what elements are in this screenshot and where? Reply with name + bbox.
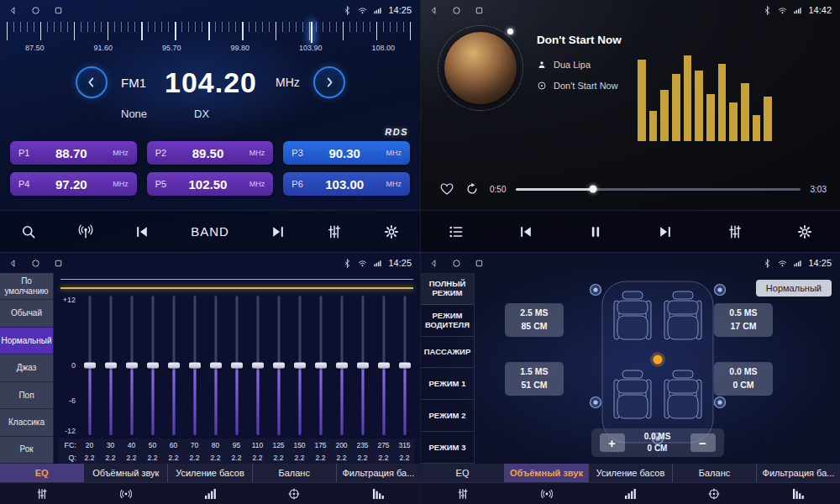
preset-p1[interactable]: P188.70MHz	[10, 141, 137, 165]
eq-preset-item[interactable]: Классика	[0, 409, 53, 436]
recents-icon[interactable]	[54, 259, 63, 268]
preset-p5[interactable]: P5102.50MHz	[147, 172, 274, 196]
tab-icon-bass-boost[interactable]	[589, 483, 673, 504]
eq-preset-item[interactable]: Поп	[0, 382, 53, 409]
audio-tab[interactable]: Объёмный звук	[505, 464, 589, 482]
increase-delay-button[interactable]: +	[600, 433, 625, 452]
audio-tab[interactable]: EQ	[0, 464, 84, 482]
band-fc-value: 235	[352, 441, 373, 449]
frequency-ruler[interactable]: 87.5091.6095.7099.80103.90108.00	[0, 22, 420, 60]
previous-track-icon[interactable]	[517, 223, 534, 240]
band-q-value: 2.2	[352, 454, 373, 462]
audio-tab[interactable]: Фильтрация ба...	[757, 464, 840, 482]
back-icon[interactable]	[429, 259, 438, 268]
home-icon[interactable]	[31, 6, 40, 15]
eq-band-slider[interactable]	[121, 296, 142, 435]
eq-preset-item[interactable]: По умолчанию	[0, 273, 53, 300]
back-icon[interactable]	[429, 6, 438, 15]
surround-tabbar-tabs: EQОбъёмный звукУсиление басовБалансФильт…	[421, 464, 840, 482]
band-fc-value: 175	[310, 441, 331, 449]
audio-tab[interactable]: EQ	[421, 464, 505, 482]
eq-band-slider[interactable]	[142, 296, 163, 435]
eq-preset-item[interactable]: Рок	[0, 437, 53, 464]
eq-band-slider[interactable]	[163, 296, 184, 435]
surround-mode-item[interactable]: РЕЖИМ 2	[421, 400, 474, 432]
audio-tab[interactable]: Фильтрация ба...	[337, 464, 420, 482]
preset-p4[interactable]: P497.20MHz	[10, 172, 137, 196]
player-toolbar	[421, 210, 840, 252]
eq-preset-item[interactable]: Нормальный	[0, 328, 53, 354]
home-icon[interactable]	[452, 6, 461, 15]
eq-band-slider[interactable]	[184, 296, 205, 435]
playlist-icon[interactable]	[448, 223, 465, 240]
eq-band-slider[interactable]	[226, 296, 247, 435]
eq-preset-item[interactable]: Обычай	[0, 300, 53, 327]
broadcast-icon[interactable]	[77, 223, 94, 240]
eq-band-slider[interactable]	[289, 296, 310, 435]
home-icon[interactable]	[452, 259, 461, 268]
eq-band-slider[interactable]	[352, 296, 373, 435]
eq-mixer-icon[interactable]	[326, 223, 343, 240]
surround-mode-item[interactable]: РЕЖИМ 3	[421, 432, 474, 464]
favorite-icon[interactable]	[439, 181, 454, 197]
eq-band-slider[interactable]	[100, 296, 121, 435]
search-icon[interactable]	[20, 223, 37, 240]
audio-tab[interactable]: Баланс	[253, 464, 337, 482]
preset-p3[interactable]: P390.30MHz	[283, 141, 410, 165]
audio-tab[interactable]: Усиление басов	[589, 464, 673, 482]
eq-mixer-icon[interactable]	[727, 223, 743, 240]
eq-band-slider[interactable]	[247, 296, 268, 435]
album-track-name: Don't Start Now	[554, 81, 618, 91]
tune-up-button[interactable]	[313, 66, 345, 98]
eq-preset-item[interactable]: Джаз	[0, 354, 53, 381]
surround-mode-item[interactable]: РЕЖИМ ВОДИТЕЛЯ	[421, 305, 474, 337]
tab-icon-eq[interactable]	[421, 483, 505, 504]
sound-profile-button[interactable]: Нормальный	[756, 280, 832, 297]
tab-icon-filter[interactable]	[336, 483, 420, 504]
preset-p6[interactable]: P6103.00MHz	[283, 172, 410, 196]
progress-thumb[interactable]	[589, 186, 596, 193]
eq-band-slider[interactable]	[373, 296, 394, 435]
recents-icon[interactable]	[475, 6, 484, 15]
audio-tab[interactable]: Усиление басов	[168, 464, 252, 482]
pause-icon[interactable]	[587, 223, 604, 240]
tab-icon-balance[interactable]	[672, 483, 756, 504]
eq-band-slider[interactable]	[268, 296, 289, 435]
recents-icon[interactable]	[475, 259, 484, 268]
back-icon[interactable]	[8, 6, 18, 15]
recents-icon[interactable]	[54, 6, 63, 15]
next-station-icon[interactable]	[270, 223, 286, 240]
band-button[interactable]: BAND	[191, 224, 229, 239]
eq-band-slider[interactable]	[310, 296, 331, 435]
tune-down-button[interactable]	[76, 66, 108, 98]
repeat-icon[interactable]	[465, 181, 480, 197]
tab-icon-eq[interactable]	[0, 483, 84, 504]
settings-gear-icon[interactable]	[796, 223, 813, 240]
decrease-delay-button[interactable]: −	[690, 433, 716, 452]
tab-icon-bass-boost[interactable]	[168, 483, 252, 504]
eq-band-slider[interactable]	[331, 296, 352, 435]
surround-mode-item[interactable]: РЕЖИМ 1	[421, 368, 474, 400]
next-track-icon[interactable]	[657, 223, 674, 240]
surround-mode-item[interactable]: ПОЛНЫЙ РЕЖИМ	[421, 273, 474, 305]
eq-band-slider[interactable]	[394, 296, 415, 435]
settings-gear-icon[interactable]	[383, 223, 400, 240]
eq-band-slider[interactable]	[79, 296, 100, 435]
audio-tab[interactable]: Объёмный звук	[84, 464, 168, 482]
eq-band-slider[interactable]	[205, 296, 226, 435]
surround-mode-item[interactable]: ПАССАЖИР	[421, 337, 474, 369]
tab-icon-filter[interactable]	[756, 483, 840, 504]
artist-icon	[537, 60, 547, 70]
preset-p2[interactable]: P289.50MHz	[147, 141, 274, 165]
tab-icon-balance[interactable]	[252, 483, 336, 504]
signal-icon	[793, 259, 802, 268]
seek-bar[interactable]	[516, 188, 800, 191]
previous-station-icon[interactable]	[134, 223, 150, 240]
eq-q-cells: 2.22.22.22.22.22.22.22.22.22.22.22.22.22…	[79, 454, 415, 462]
tab-icon-surround[interactable]	[505, 483, 589, 504]
tab-icon-surround[interactable]	[84, 483, 168, 504]
home-icon[interactable]	[31, 259, 40, 268]
audio-tab[interactable]: Баланс	[673, 464, 757, 482]
back-icon[interactable]	[8, 259, 18, 268]
visualizer-bar	[660, 90, 669, 141]
